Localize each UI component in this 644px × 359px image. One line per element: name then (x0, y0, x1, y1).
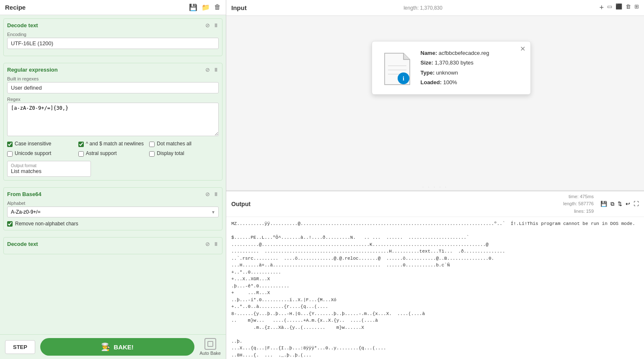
auto-bake-icon (204, 338, 216, 350)
folder-icon[interactable]: 📁 (202, 3, 210, 11)
bake-label: BAKE! (114, 344, 134, 351)
decode-text-header: Decode text ⊘ ⏸ (7, 22, 219, 28)
multiline-label: ^ and $ match at newlines (86, 141, 144, 147)
encoding-label: Encoding (7, 32, 219, 37)
input-trash-icon[interactable]: 🗑 (626, 3, 631, 12)
output-format-box[interactable]: Output format List matches (7, 161, 91, 177)
decode-text-minimize-icon[interactable]: ⏸ (213, 22, 219, 28)
astral-support-checkbox[interactable]: Astral support (78, 150, 148, 157)
file-sketch-icon: i (380, 51, 414, 87)
regex-title: Regular expression (7, 67, 58, 73)
input-length: length: 1,370,830 (403, 5, 442, 11)
auto-bake-label: Auto Bake (199, 351, 221, 356)
svg-rect-0 (208, 341, 213, 346)
output-format-label: Output format (11, 163, 87, 168)
step-button[interactable]: STEP (5, 340, 35, 354)
output-format-value: List matches (11, 168, 87, 174)
remove-nonalpha-checkbox[interactable]: Remove non-alphabet chars (7, 221, 219, 227)
regex-checkboxes: Case insensitive ^ and $ match at newlin… (7, 141, 219, 157)
input-header: Input length: 1,370,830 + ▭ ⬛ 🗑 ⊞ (226, 0, 644, 16)
decode-text-disable-icon[interactable]: ⊘ (205, 22, 210, 28)
encoding-group: Encoding UTF-16LE (1200) (7, 32, 219, 49)
regex-disable-icon[interactable]: ⊘ (205, 67, 210, 73)
dot-matches-all-checkbox[interactable]: Dot matches all (149, 141, 219, 147)
file-name-row: Name: acfbbcbefecadce.reg (421, 48, 489, 58)
auto-bake-button[interactable]: Auto Bake (199, 338, 221, 356)
alphabet-group: Alphabet A-Za-z0-9+/= (7, 201, 219, 217)
trash-icon[interactable]: 🗑 (214, 3, 221, 11)
output-copy-icon[interactable]: ⧉ (610, 201, 614, 207)
file-icon-wrap: i (380, 51, 414, 85)
alphabet-select[interactable]: A-Za-z0-9+/= (7, 207, 219, 217)
bottom-bar: STEP 👨‍🍳 BAKE! Auto Bake (0, 334, 226, 359)
built-in-value[interactable]: User defined (7, 82, 219, 93)
output-section: Output time: 475ms length: 587776 lines:… (226, 190, 644, 359)
file-type-label: Type: (421, 70, 436, 76)
file-size-value: 1,370,830 bytes (435, 59, 473, 66)
file-details: Name: acfbbcbefecadce.reg Size: 1,370,83… (421, 48, 489, 88)
recipe-header: Recipe 💾 📁 🗑 (0, 0, 226, 15)
output-length: length: 587776 (563, 201, 594, 206)
decode-text2-section: Decode text ⊘ ⏸ (3, 237, 222, 254)
decode-text2-header: Decode text ⊘ ⏸ (7, 241, 219, 247)
from-base64-header: From Base64 ⊘ ⏸ (7, 191, 219, 197)
input-area: i Name: acfbbcbefecadce.reg Size: 1,370,… (226, 16, 644, 184)
file-loaded-value: 100% (443, 79, 457, 85)
regex-header: Regular expression ⊘ ⏸ (7, 67, 219, 73)
output-swap-icon[interactable]: ⇅ (618, 201, 622, 207)
input-grid-icon[interactable]: ⊞ (634, 3, 639, 12)
output-lines: lines: 159 (574, 209, 594, 214)
dot-matches-all-label: Dot matches all (157, 141, 191, 147)
unicode-support-label: Unicode support (15, 150, 51, 156)
encoding-value: UTF-16LE (1200) (7, 38, 219, 49)
decode-text-section: Decode text ⊘ ⏸ Encoding UTF-16LE (1200) (3, 18, 222, 56)
output-expand-icon[interactable]: ⛶ (634, 201, 639, 207)
remove-nonalpha-label: Remove non-alphabet chars (15, 221, 78, 227)
input-window-icon[interactable]: ▭ (607, 3, 612, 12)
file-size-label: Size: (421, 59, 435, 66)
from-base64-minimize-icon[interactable]: ⏸ (213, 191, 219, 197)
output-save-icon[interactable]: 💾 (600, 201, 607, 207)
input-pop-out-icon[interactable]: ⬛ (616, 3, 622, 12)
file-name-label: Name: (421, 50, 439, 56)
decode-text-title: Decode text (7, 22, 38, 28)
decode-text-controls: ⊘ ⏸ (205, 22, 219, 28)
regex-minimize-icon[interactable]: ⏸ (213, 67, 219, 73)
built-in-regexes-group: Built in regexes User defined (7, 76, 219, 93)
from-base64-controls: ⊘ ⏸ (205, 191, 219, 197)
popup-close-button[interactable]: ✕ (520, 45, 525, 53)
output-content[interactable]: MZ..........ÿÿ..........@...............… (226, 217, 644, 359)
alphabet-label: Alphabet (7, 201, 219, 206)
file-type-row: Type: unknown (421, 68, 489, 77)
regex-input[interactable]: [a-zA-Z0-9+/=]{30,} (7, 103, 219, 136)
decode-text2-minimize-icon[interactable]: ⏸ (213, 241, 219, 247)
case-insensitive-label: Case insensitive (15, 141, 51, 147)
file-loaded-label: Loaded: (421, 79, 443, 85)
regex-label: Regex (7, 97, 219, 102)
bake-button[interactable]: 👨‍🍳 BAKE! (40, 338, 194, 356)
recipe-title: Recipe (5, 4, 26, 11)
case-insensitive-checkbox[interactable]: Case insensitive (7, 141, 77, 147)
regex-controls: ⊘ ⏸ (205, 67, 219, 73)
file-popup: i Name: acfbbcbefecadce.reg Size: 1,370,… (372, 41, 531, 95)
output-time: time: 475ms (569, 194, 594, 199)
unicode-support-checkbox[interactable]: Unicode support (7, 150, 77, 157)
astral-support-label: Astral support (86, 150, 117, 156)
decode-text2-disable-icon[interactable]: ⊘ (205, 241, 210, 247)
alphabet-dropdown[interactable]: A-Za-z0-9+/= (7, 207, 219, 217)
input-add-icon[interactable]: + (599, 3, 604, 12)
output-title: Output (231, 201, 251, 207)
multiline-checkbox[interactable]: ^ and $ match at newlines (78, 141, 148, 147)
from-base64-disable-icon[interactable]: ⊘ (205, 191, 210, 197)
output-undo-icon[interactable]: ↩ (626, 201, 630, 207)
bake-chef-icon: 👨‍🍳 (101, 342, 110, 351)
recipe-icons: 💾 📁 🗑 (189, 3, 221, 11)
from-base64-section: From Base64 ⊘ ⏸ Alphabet A-Za-z0-9+/= Re… (3, 187, 222, 230)
output-stats: time: 475ms length: 587776 lines: 159 (563, 193, 594, 215)
display-total-checkbox[interactable]: Display total (149, 150, 219, 157)
save-icon[interactable]: 💾 (189, 3, 197, 11)
file-type-value: unknown (436, 70, 458, 76)
from-base64-title: From Base64 (7, 191, 41, 197)
regex-section: Regular expression ⊘ ⏸ Built in regexes … (3, 63, 222, 181)
regex-input-group: Regex [a-zA-Z0-9+/=]{30,} (7, 97, 219, 137)
